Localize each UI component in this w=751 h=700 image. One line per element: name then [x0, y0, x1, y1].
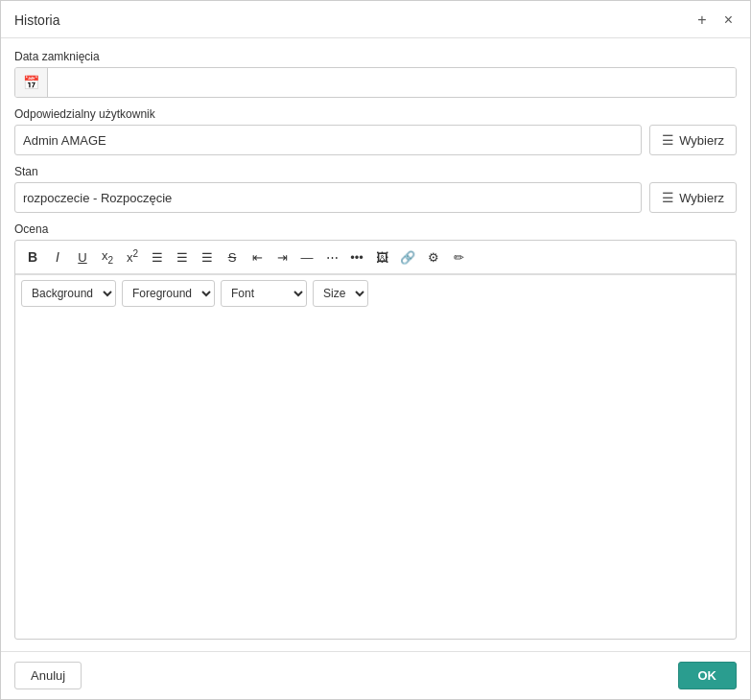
dialog-header: Historia + × — [1, 1, 750, 38]
data-zamkniecia-field: Data zamknięcia 📅 — [14, 50, 737, 98]
subscript-button[interactable]: x2 — [96, 245, 119, 268]
editor-toolbar: B I U x2 x2 ☰ ☰ ☰ S ⇤ ⇥ — ⋯ ••• 🖼 🔗 ⚙ — [15, 241, 736, 274]
align-right-button[interactable]: ☰ — [196, 245, 219, 268]
subscript-icon: x2 — [102, 248, 113, 266]
image-button[interactable]: 🖼 — [370, 245, 393, 268]
odpowiedzialny-field: Odpowiedzialny użytkownik ☰ Wybierz — [14, 107, 737, 155]
odpowiedzialny-input[interactable] — [14, 125, 642, 155]
editor-content-area[interactable] — [15, 312, 736, 639]
odpowiedzialny-label: Odpowiedzialny użytkownik — [14, 107, 737, 121]
dialog-title: Historia — [14, 12, 59, 28]
align-left-icon: ☰ — [152, 250, 163, 265]
size-select[interactable]: Size — [313, 280, 368, 307]
hr-button[interactable]: — — [295, 245, 318, 268]
odpowiedzialny-wybierz-label: Wybierz — [679, 133, 724, 148]
ul-button[interactable]: ••• — [345, 245, 368, 268]
editor-container: B I U x2 x2 ☰ ☰ ☰ S ⇤ ⇥ — ⋯ ••• 🖼 🔗 ⚙ — [14, 240, 737, 640]
calendar-icon-button[interactable]: 📅 — [15, 68, 48, 97]
odpowiedzialny-row: ☰ Wybierz — [14, 125, 737, 155]
stan-field: Stan ☰ Wybierz — [14, 165, 737, 213]
image-icon: 🖼 — [376, 250, 388, 265]
underline-button[interactable]: U — [71, 245, 94, 268]
ol-icon: ⋯ — [326, 250, 339, 265]
header-icons: + × — [693, 11, 737, 30]
ol-button[interactable]: ⋯ — [320, 245, 343, 268]
align-left-button[interactable]: ☰ — [146, 245, 169, 268]
superscript-button[interactable]: x2 — [121, 245, 144, 268]
calendar-icon: 📅 — [23, 75, 39, 90]
ocena-field: Ocena B I U x2 x2 ☰ ☰ ☰ S ⇤ ⇥ — ⋯ • — [14, 222, 737, 640]
list-icon: ☰ — [662, 132, 674, 148]
odpowiedzialny-wybierz-button[interactable]: ☰ Wybierz — [649, 125, 737, 155]
list-icon-2: ☰ — [662, 190, 674, 205]
dialog-body: Data zamknięcia 📅 Odpowiedzialny użytkow… — [1, 38, 750, 651]
stan-input[interactable] — [14, 182, 642, 213]
superscript-label: 2 — [132, 248, 138, 259]
plus-button[interactable]: + — [693, 11, 710, 30]
align-center-button[interactable]: ☰ — [171, 245, 194, 268]
align-right-icon: ☰ — [201, 250, 213, 265]
superscript-icon: x2 — [127, 248, 138, 265]
hr-icon: — — [301, 250, 314, 265]
data-zamkniecia-label: Data zamknięcia — [14, 50, 737, 63]
unlink-icon: ⚙ — [428, 250, 439, 265]
indent-left-button[interactable]: ⇤ — [246, 245, 269, 268]
stan-label: Stan — [14, 165, 737, 178]
stan-wybierz-button[interactable]: ☰ Wybierz — [649, 182, 737, 213]
italic-icon: I — [56, 249, 59, 265]
indent-left-icon: ⇤ — [252, 250, 263, 265]
background-select[interactable]: Background — [21, 280, 116, 307]
indent-right-icon: ⇥ — [277, 250, 288, 265]
unlink-button[interactable]: ⚙ — [422, 245, 445, 268]
strikethrough-button[interactable]: S — [221, 245, 244, 268]
ocena-label: Ocena — [14, 222, 737, 236]
foreground-select[interactable]: Foreground — [122, 280, 215, 307]
strikethrough-icon: S — [228, 250, 237, 265]
stan-wybierz-label: Wybierz — [679, 191, 724, 205]
ok-button[interactable]: OK — [678, 662, 738, 689]
clean-icon: ✏ — [454, 250, 464, 265]
link-icon: 🔗 — [400, 250, 415, 265]
cancel-button[interactable]: Anuluj — [14, 662, 82, 689]
align-center-icon: ☰ — [176, 250, 188, 265]
stan-row: ☰ Wybierz — [14, 182, 737, 213]
indent-right-button[interactable]: ⇥ — [270, 245, 293, 268]
font-select[interactable]: Font — [221, 280, 307, 307]
underline-icon: U — [78, 250, 86, 265]
dialog-footer: Anuluj OK — [1, 651, 750, 699]
toolbar-selects: Background Foreground Font Size — [15, 274, 736, 312]
historia-dialog: Historia + × Data zamknięcia 📅 Odpowiedz… — [0, 0, 751, 700]
date-field-wrap: 📅 — [14, 67, 737, 98]
ul-icon: ••• — [350, 250, 364, 265]
italic-button[interactable]: I — [46, 245, 69, 268]
close-button[interactable]: × — [720, 11, 737, 30]
clean-button[interactable]: ✏ — [447, 245, 470, 268]
bold-icon: B — [28, 249, 37, 265]
bold-button[interactable]: B — [21, 245, 44, 268]
link-button[interactable]: 🔗 — [395, 245, 420, 268]
subscript-label: 2 — [107, 255, 113, 266]
date-input[interactable] — [48, 68, 736, 97]
